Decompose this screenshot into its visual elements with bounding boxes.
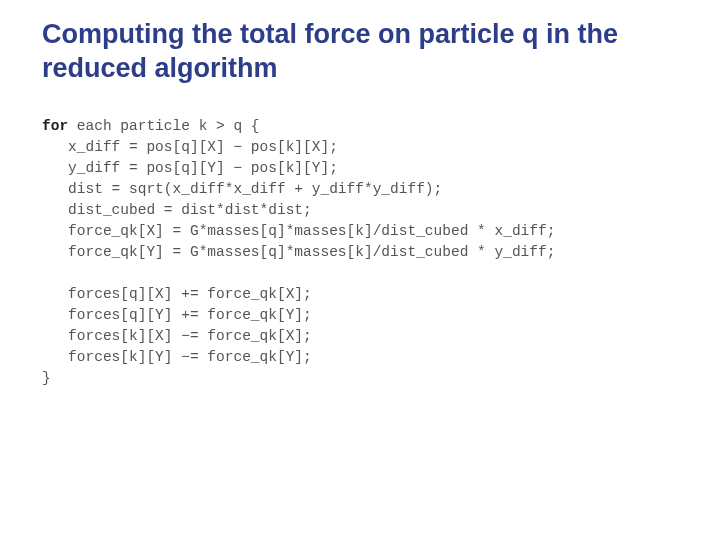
code-line-0: each particle k > q { bbox=[68, 118, 259, 134]
slide: Computing the total force on particle q … bbox=[0, 0, 720, 540]
code-line-1: x_diff = pos[q][X] − pos[k][X]; bbox=[42, 139, 338, 155]
code-line-12: } bbox=[42, 370, 51, 386]
code-line-8: forces[q][X] += force_qk[X]; bbox=[42, 286, 312, 302]
code-line-4: dist_cubed = dist*dist*dist; bbox=[42, 202, 312, 218]
code-line-2: y_diff = pos[q][Y] − pos[k][Y]; bbox=[42, 160, 338, 176]
code-line-11: forces[k][Y] −= force_qk[Y]; bbox=[42, 349, 312, 365]
slide-title: Computing the total force on particle q … bbox=[42, 18, 690, 86]
code-line-5: force_qk[X] = G*masses[q]*masses[k]/dist… bbox=[42, 223, 555, 239]
code-line-10: forces[k][X] −= force_qk[X]; bbox=[42, 328, 312, 344]
for-keyword: for bbox=[42, 118, 68, 134]
code-line-3: dist = sqrt(x_diff*x_diff + y_diff*y_dif… bbox=[42, 181, 442, 197]
code-block: for each particle k > q { x_diff = pos[q… bbox=[42, 116, 690, 389]
code-line-9: forces[q][Y] += force_qk[Y]; bbox=[42, 307, 312, 323]
code-line-6: force_qk[Y] = G*masses[q]*masses[k]/dist… bbox=[42, 244, 555, 260]
